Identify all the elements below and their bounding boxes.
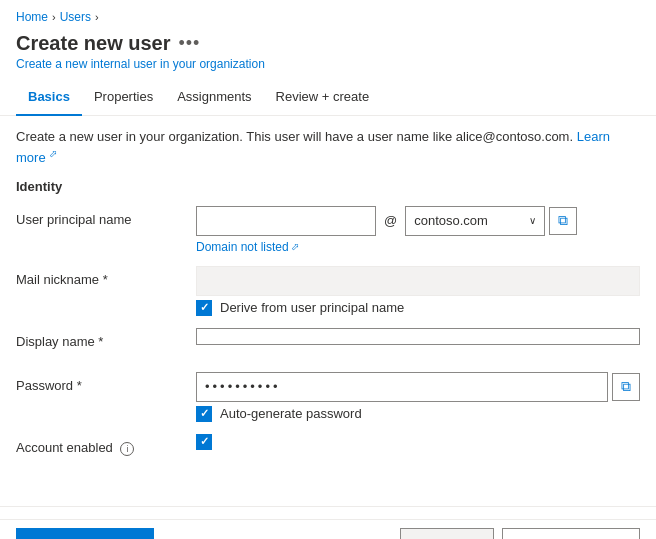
derive-checkbox[interactable] — [196, 300, 212, 316]
account-enabled-label: Account enabled i — [16, 434, 196, 456]
info-text: Create a new user in your organization. … — [16, 128, 640, 167]
domain-dropdown-wrap[interactable]: contoso.com ∨ — [405, 206, 545, 236]
tabs-nav: Basics Properties Assignments Review + c… — [0, 79, 656, 116]
domain-not-listed-link[interactable]: Domain not listed ⬀ — [196, 240, 640, 254]
auto-generate-label: Auto-generate password — [220, 406, 362, 421]
derive-label: Derive from user principal name — [220, 300, 404, 315]
review-create-button[interactable]: Review + create — [16, 528, 154, 539]
derive-checkbox-row: Derive from user principal name — [196, 300, 640, 316]
at-symbol: @ — [380, 213, 401, 228]
tab-basics[interactable]: Basics — [16, 79, 82, 116]
tab-review-create[interactable]: Review + create — [264, 79, 382, 116]
account-enabled-checkbox-row — [196, 434, 640, 450]
breadcrumb: Home › Users › — [0, 0, 656, 28]
account-enabled-info-icon[interactable]: i — [120, 442, 134, 456]
auto-generate-row: Auto-generate password — [196, 406, 640, 422]
breadcrumb-sep1: › — [52, 11, 56, 23]
upn-input[interactable] — [196, 206, 376, 236]
page-title: Create new user — [16, 32, 171, 55]
breadcrumb-sep2: › — [95, 11, 99, 23]
mail-nickname-row: Mail nickname * Derive from user princip… — [16, 266, 640, 316]
footer: Review + create ‹ Previous Next: Propert… — [0, 519, 656, 539]
tab-assignments[interactable]: Assignments — [165, 79, 263, 116]
tab-properties[interactable]: Properties — [82, 79, 165, 116]
mail-nickname-label: Mail nickname * — [16, 266, 196, 287]
domain-select[interactable]: contoso.com — [414, 213, 536, 228]
more-icon[interactable]: ••• — [179, 33, 201, 54]
upn-label: User principal name — [16, 206, 196, 227]
copy-password-icon: ⧉ — [621, 378, 631, 395]
password-input[interactable] — [196, 372, 608, 402]
account-enabled-row: Account enabled i — [16, 434, 640, 466]
display-name-input[interactable] — [196, 328, 640, 345]
auto-generate-checkbox[interactable] — [196, 406, 212, 422]
form-content: Create a new user in your organization. … — [0, 116, 656, 490]
upn-row: User principal name @ contoso.com ∨ ⧉ Do… — [16, 206, 640, 254]
breadcrumb-home[interactable]: Home — [16, 10, 48, 24]
footer-divider — [0, 506, 656, 507]
mail-nickname-field — [196, 266, 640, 296]
identity-section-title: Identity — [16, 179, 640, 194]
display-name-row: Display name * — [16, 328, 640, 360]
display-name-label: Display name * — [16, 328, 196, 349]
copy-password-button[interactable]: ⧉ — [612, 373, 640, 401]
password-label: Password * — [16, 372, 196, 393]
page-header: Create new user ••• Create a new interna… — [0, 28, 656, 79]
next-button[interactable]: Next: Properties › — [502, 528, 640, 539]
copy-upn-button[interactable]: ⧉ — [549, 207, 577, 235]
breadcrumb-users[interactable]: Users — [60, 10, 91, 24]
copy-icon: ⧉ — [558, 212, 568, 229]
account-enabled-checkbox[interactable] — [196, 434, 212, 450]
page-subtitle: Create a new internal user in your organ… — [16, 57, 640, 71]
previous-button[interactable]: ‹ Previous — [400, 528, 495, 539]
password-row: Password * ⧉ Auto-generate password — [16, 372, 640, 422]
